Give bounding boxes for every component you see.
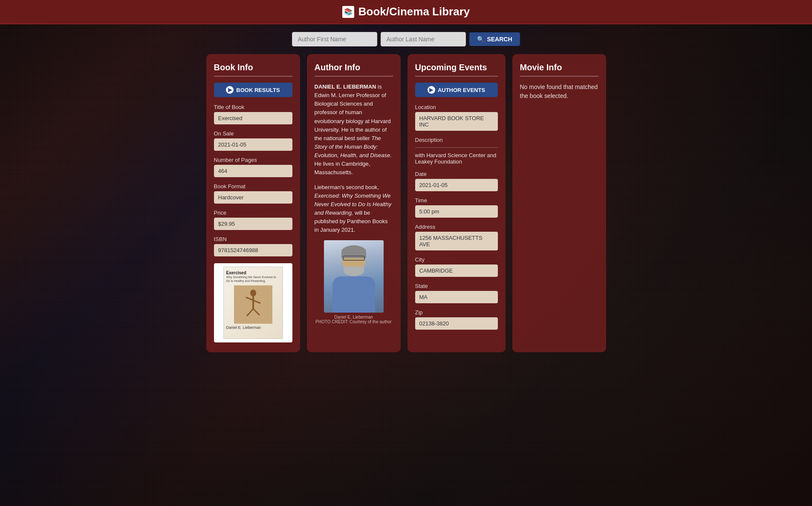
author-events-button[interactable]: ▶ AUTHOR EVENTS	[415, 83, 498, 97]
pages-label: Number of Pages	[214, 157, 292, 163]
events-title: Upcoming Events	[415, 63, 498, 77]
book-icon	[342, 6, 354, 18]
main-content: Book Info ▶ BOOK RESULTS Title of Book E…	[0, 54, 812, 365]
book-title-italic: The Story of the Human Body: Evolution, …	[315, 135, 392, 158]
book-cover-title: Exercised	[226, 270, 246, 275]
address-label: Address	[415, 224, 498, 230]
no-movie-text: No movie found that matched the book sel…	[520, 83, 598, 101]
state-value: MA	[415, 291, 498, 303]
author-last-name-input[interactable]	[381, 32, 466, 46]
author-photo-container: Daniel E. LiebermanPHOTO CREDIT: Courtes…	[315, 240, 393, 324]
location-label: Location	[415, 104, 498, 110]
author-name: DANIEL E. LIEBERMAN	[315, 83, 376, 90]
book-cover-art	[234, 285, 272, 324]
second-book-title: Exercised: Why Something We Never Evolve…	[315, 193, 392, 216]
on-sale-label: On Sale	[214, 130, 292, 137]
format-value: Hardcover	[214, 191, 292, 204]
format-field-group: Book Format Hardcover	[214, 183, 292, 204]
on-sale-value: 2021-01-05	[214, 138, 292, 151]
author-info-title: Author Info	[315, 63, 393, 77]
description-field-group: Description with Harvard Science Center …	[415, 137, 498, 165]
location-field-group: Location HARVARD BOOK STORE INC	[415, 104, 498, 131]
book-cover: Exercised Why Something We Never Evolved…	[214, 263, 292, 342]
city-label: City	[415, 256, 498, 263]
movie-info-title: Movie Info	[520, 63, 598, 77]
search-button[interactable]: 🔍 SEARCH	[469, 32, 520, 46]
isbn-field-group: ISBN 9781524746988	[214, 236, 292, 256]
movie-info-panel: Movie Info No movie found that matched t…	[512, 54, 606, 352]
time-value: 5:00 pm	[415, 205, 498, 218]
author-info-panel: Author Info DANIEL E. LIEBERMAN is Edwin…	[307, 54, 401, 352]
author-photo-caption: Daniel E. LiebermanPHOTO CREDIT: Courtes…	[315, 315, 393, 324]
search-bar: 🔍 SEARCH	[0, 24, 812, 54]
event-date-value: 2021-01-05	[415, 179, 498, 191]
svg-point-1	[250, 290, 256, 296]
author-first-name-input[interactable]	[292, 32, 377, 46]
title-value: Exercised	[214, 112, 292, 124]
state-label: State	[415, 283, 498, 289]
description-value: with Harvard Science Center and Leakey F…	[415, 152, 498, 165]
event-date-label: Date	[415, 171, 498, 177]
isbn-value: 9781524746988	[214, 244, 292, 256]
time-label: Time	[415, 197, 498, 204]
state-field-group: State MA	[415, 283, 498, 303]
location-value: HARVARD BOOK STORE INC	[415, 112, 498, 131]
author-bio-2: Lieberman's second book, Exercised: Why …	[315, 183, 393, 235]
on-sale-field-group: On Sale 2021-01-05	[214, 130, 292, 151]
events-icon: ▶	[428, 86, 435, 94]
book-cover-image: Exercised Why Something We Never Evolved…	[223, 267, 283, 339]
time-field-group: Time 5:00 pm	[415, 197, 498, 218]
author-events-label: AUTHOR EVENTS	[438, 87, 485, 93]
title-label: Title of Book	[214, 104, 292, 110]
zip-field-group: Zip 02138-3820	[415, 309, 498, 330]
description-label: Description	[415, 137, 498, 143]
price-label: Price	[214, 210, 292, 216]
search-icon: 🔍	[477, 36, 484, 43]
zip-value: 02138-3820	[415, 317, 498, 330]
book-info-panel: Book Info ▶ BOOK RESULTS Title of Book E…	[206, 54, 300, 352]
app-title-text: Book/Cinema Library	[358, 5, 470, 18]
app-title: Book/Cinema Library	[0, 5, 812, 18]
zip-label: Zip	[415, 309, 498, 316]
book-cover-subtitle: Why Something We Never Evolved to Do Is …	[226, 275, 280, 283]
book-info-title: Book Info	[214, 63, 292, 77]
app-header: Book/Cinema Library	[0, 0, 812, 24]
isbn-label: ISBN	[214, 236, 292, 242]
author-bio: DANIEL E. LIEBERMAN is Edwin M. Lerner P…	[315, 83, 393, 177]
event-date-field-group: Date 2021-01-05	[415, 171, 498, 191]
search-button-label: SEARCH	[487, 36, 512, 43]
price-value: $29.95	[214, 218, 292, 230]
address-value: 1256 MASSACHUSETTS AVE	[415, 232, 498, 250]
city-field-group: City CAMBRIDGE	[415, 256, 498, 277]
upcoming-events-panel: Upcoming Events ▶ AUTHOR EVENTS Location…	[407, 54, 506, 352]
title-field-group: Title of Book Exercised	[214, 104, 292, 124]
book-results-button[interactable]: ▶ BOOK RESULTS	[214, 83, 292, 97]
address-field-group: Address 1256 MASSACHUSETTS AVE	[415, 224, 498, 250]
book-results-label: BOOK RESULTS	[236, 87, 280, 93]
price-field-group: Price $29.95	[214, 210, 292, 230]
book-cover-author: Daniel E. Lieberman	[226, 325, 261, 330]
pages-field-group: Number of Pages 464	[214, 157, 292, 177]
format-label: Book Format	[214, 183, 292, 190]
pages-value: 464	[214, 165, 292, 177]
results-icon: ▶	[226, 86, 234, 94]
city-value: CAMBRIDGE	[415, 264, 498, 277]
